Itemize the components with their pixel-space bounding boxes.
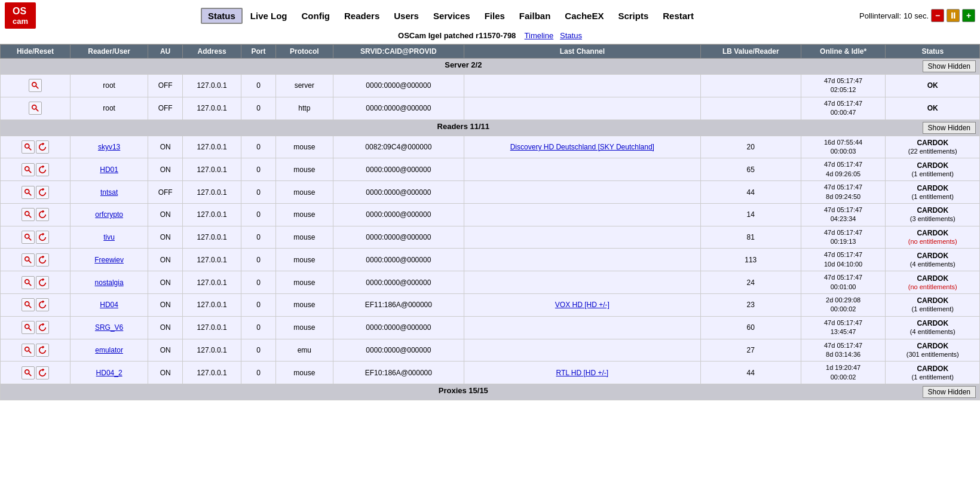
reader-0-lb-value: 20 — [700, 136, 801, 158]
reader-4-online-idle: 47d 05:17:4700:19:13 — [801, 226, 886, 249]
status-link[interactable]: Status — [560, 31, 582, 40]
search-icon[interactable] — [22, 231, 35, 244]
reader-4-name: tivu — [70, 226, 148, 249]
table-row: HD04_2ON127.0.0.10mouseEF10:186A@000000R… — [1, 362, 980, 384]
server-row2-address: 127.0.0.1 — [182, 97, 241, 120]
server-row1-lb-value — [700, 75, 801, 97]
table-row: root OFF 127.0.0.1 0 server 0000:0000@00… — [1, 75, 980, 97]
svg-point-12 — [25, 234, 29, 238]
poll-pause-button[interactable]: ⏸ — [947, 9, 960, 22]
reader-5-online-idle: 47d 05:17:4710d 04:10:00 — [801, 249, 886, 271]
nav-services[interactable]: Services — [427, 8, 477, 23]
reader-2-name-link[interactable]: tntsat — [100, 188, 118, 197]
reader-0-name-link[interactable]: skyv13 — [98, 143, 120, 151]
nav-status[interactable]: Status — [201, 8, 243, 24]
reader-8-name-link[interactable]: SRG_V6 — [95, 323, 123, 332]
reader-3-au: ON — [148, 203, 183, 226]
poll-label: Pollintervall: — [859, 11, 901, 20]
search-icon[interactable] — [22, 253, 35, 267]
main-content: Hide/Reset Reader/User AU Address Port P… — [0, 44, 980, 400]
reader-4-lb-value: 81 — [700, 226, 801, 249]
reader-6-srvid: 0000:0000@000000 — [333, 271, 464, 294]
reader-4-last-channel — [464, 226, 700, 249]
timeline-link[interactable]: Timeline — [525, 31, 554, 40]
nav-failban[interactable]: Failban — [513, 8, 558, 23]
search-icon[interactable] — [22, 298, 35, 311]
search-icon[interactable] — [22, 186, 35, 199]
reader-7-name-link[interactable]: HD04 — [100, 301, 118, 309]
reset-icon[interactable] — [36, 298, 49, 311]
search-icon[interactable] — [22, 163, 35, 176]
nav-restart[interactable]: Restart — [656, 8, 700, 23]
table-row: root OFF 127.0.0.1 0 http 0000:0000@0000… — [1, 97, 980, 120]
server-row1-address: 127.0.0.1 — [182, 75, 241, 97]
col-hide-reset: Hide/Reset — [1, 45, 71, 59]
readers-show-hidden-button[interactable]: Show Hidden — [923, 122, 976, 134]
reader-8-address: 127.0.0.1 — [182, 316, 241, 339]
reader-9-name: emulator — [70, 339, 148, 362]
reader-9-name-link[interactable]: emulator — [95, 346, 123, 354]
reader-10-srvid: EF10:186A@000000 — [333, 362, 464, 384]
search-icon[interactable] — [22, 366, 35, 379]
search-icon[interactable] — [29, 79, 42, 92]
reset-icon[interactable] — [36, 231, 49, 244]
reset-icon[interactable] — [36, 276, 49, 289]
proxies-show-hidden-button[interactable]: Show Hidden — [923, 386, 976, 398]
nav-users[interactable]: Users — [387, 8, 425, 23]
reader-7-online-idle: 2d 00:29:0800:00:02 — [801, 294, 886, 317]
reader-row-icons — [1, 158, 71, 181]
reader-8-online-idle: 47d 05:17:4713:45:47 — [801, 316, 886, 339]
poll-minus-button[interactable]: − — [931, 9, 944, 22]
readers-section-header: Readers 11/11 Show Hidden — [1, 120, 980, 136]
nav-readers[interactable]: Readers — [338, 8, 386, 23]
reset-icon[interactable] — [36, 186, 49, 199]
nav-scripts[interactable]: Scripts — [611, 8, 655, 23]
server-row1-online-idle: 47d 05:17:4702:05:12 — [801, 75, 886, 97]
reader-0-srvid: 0082:09C4@000000 — [333, 136, 464, 158]
reader-row-icons — [1, 339, 71, 362]
search-icon[interactable] — [22, 208, 35, 221]
reader-10-name-link[interactable]: HD04_2 — [96, 369, 122, 377]
reader-8-srvid: 0000:0000@000000 — [333, 316, 464, 339]
nav-config[interactable]: Config — [295, 8, 336, 23]
table-row: tivuON127.0.0.10mouse0000:0000@000000814… — [1, 226, 980, 249]
reader-4-protocol: mouse — [275, 226, 333, 249]
reader-0-protocol: mouse — [275, 136, 333, 158]
reader-9-lb-value: 27 — [700, 339, 801, 362]
svg-point-16 — [25, 279, 29, 283]
reset-icon[interactable] — [36, 140, 49, 154]
server-row2-au: OFF — [148, 97, 183, 120]
reader-row-icons — [1, 226, 71, 249]
reader-5-name-link[interactable]: Freewiev — [94, 256, 124, 264]
reader-4-status: CARDOK(no entitlements) — [886, 226, 980, 249]
search-icon[interactable] — [22, 344, 35, 357]
reset-icon[interactable] — [36, 344, 49, 357]
search-icon[interactable] — [22, 140, 35, 154]
search-icon[interactable] — [22, 321, 35, 334]
reader-2-status: CARDOK(1 entitlement) — [886, 181, 980, 204]
reset-icon[interactable] — [36, 321, 49, 334]
reader-3-name: orfcrypto — [70, 203, 148, 226]
nav-cacheex[interactable]: CacheEX — [558, 8, 610, 23]
reset-icon[interactable] — [36, 253, 49, 267]
search-icon[interactable] — [22, 276, 35, 289]
svg-line-25 — [29, 373, 31, 376]
server-show-hidden-button[interactable]: Show Hidden — [923, 60, 976, 72]
reset-icon[interactable] — [36, 208, 49, 221]
readers-section-label: Readers 11/11 — [437, 122, 489, 131]
poll-plus-button[interactable]: + — [962, 9, 975, 22]
reader-row-icons — [1, 136, 71, 158]
reader-6-name-link[interactable]: nostalgia — [95, 278, 124, 287]
reader-4-name-link[interactable]: tivu — [103, 233, 115, 241]
reset-icon[interactable] — [36, 366, 49, 379]
reader-4-port: 0 — [241, 226, 276, 249]
reset-icon[interactable] — [36, 163, 49, 176]
svg-point-6 — [25, 166, 29, 170]
nav-livelog[interactable]: Live Log — [244, 8, 294, 23]
reader-1-name-link[interactable]: HD01 — [100, 166, 118, 174]
reader-3-name-link[interactable]: orfcrypto — [95, 210, 123, 219]
svg-point-4 — [25, 144, 29, 148]
nav-files[interactable]: Files — [478, 8, 512, 23]
search-icon[interactable] — [29, 102, 42, 115]
server-row2-reader: root — [70, 97, 148, 120]
